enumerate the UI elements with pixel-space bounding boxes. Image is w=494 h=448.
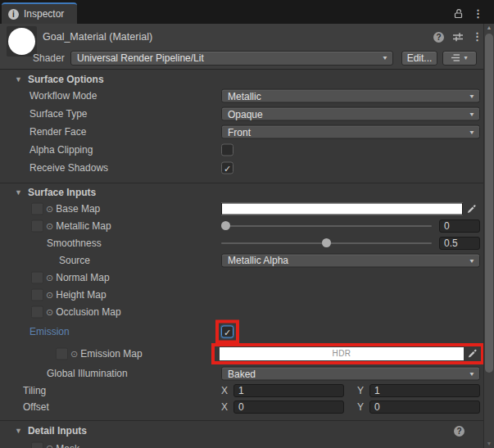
tiling-x-field[interactable]: 1 bbox=[233, 384, 344, 397]
smoothness-value-field[interactable]: 0.5 bbox=[439, 237, 480, 250]
detail-inputs-header[interactable]: ▼ Detail Inputs ? bbox=[0, 423, 494, 439]
eyedropper-icon[interactable] bbox=[463, 203, 480, 214]
normal-map-row: ⊙ Normal Map bbox=[0, 269, 494, 286]
offset-label: Offset bbox=[23, 401, 49, 413]
texture-picker-icon[interactable]: ⊙ bbox=[46, 204, 53, 213]
tab-menu-icon[interactable]: ⋮ bbox=[473, 9, 483, 19]
section-title: Detail Inputs bbox=[28, 425, 87, 437]
foldout-icon: ▼ bbox=[15, 75, 22, 84]
texture-picker-icon[interactable]: ⊙ bbox=[46, 221, 53, 230]
normal-map-texture-slot[interactable] bbox=[31, 271, 43, 283]
tiling-label: Tiling bbox=[23, 385, 46, 396]
smoothness-label: Smoothness bbox=[47, 238, 102, 249]
scroll-up-icon[interactable]: ▲ bbox=[484, 25, 494, 30]
emission-checkbox[interactable] bbox=[221, 325, 233, 337]
global-illumination-dropdown[interactable]: Baked▾ bbox=[221, 367, 480, 381]
global-illumination-label: Global Illumination bbox=[47, 368, 128, 379]
inspector-window: i Inspector ⋮ Goal_Material (Material) ?… bbox=[0, 0, 494, 448]
hdr-badge: HDR bbox=[332, 349, 351, 358]
offset-x-label: X bbox=[221, 401, 228, 413]
tiling-x-value: 1 bbox=[238, 385, 244, 396]
foldout-icon: ▼ bbox=[15, 188, 22, 197]
offset-x-field[interactable]: 0 bbox=[233, 400, 344, 414]
presets-icon[interactable] bbox=[452, 32, 464, 42]
dropdown-arrow-icon: ▾ bbox=[383, 54, 387, 61]
emission-highlight-box bbox=[215, 319, 239, 343]
occlusion-map-texture-slot[interactable] bbox=[31, 305, 43, 318]
list-icon bbox=[451, 54, 460, 61]
base-map-texture-slot[interactable] bbox=[31, 202, 43, 215]
height-map-texture-slot[interactable] bbox=[31, 288, 43, 301]
smoothness-row: Smoothness 0.5 bbox=[0, 234, 494, 251]
tab-inspector[interactable]: i Inspector bbox=[2, 2, 77, 24]
emission-hdr-color-field[interactable]: HDR bbox=[220, 347, 464, 360]
tiling-y-value: 1 bbox=[374, 385, 380, 396]
texture-picker-icon[interactable]: ⊙ bbox=[46, 307, 53, 316]
emission-map-highlight-box: HDR bbox=[211, 343, 484, 364]
tiling-y-label: Y bbox=[357, 385, 364, 396]
material-header: Goal_Material (Material) ? ⋮ Shader Univ… bbox=[0, 24, 494, 70]
eyedropper-icon[interactable] bbox=[464, 348, 481, 359]
source-dropdown[interactable]: Metallic Alpha▾ bbox=[221, 253, 480, 267]
metallic-map-texture-slot[interactable] bbox=[31, 219, 43, 232]
emission-map-label: Emission Map bbox=[80, 348, 142, 360]
help-icon[interactable]: ? bbox=[433, 32, 444, 43]
unlock-icon[interactable] bbox=[453, 8, 464, 19]
mask-label: Mask bbox=[56, 442, 79, 448]
workflow-mode-value: Metallic bbox=[228, 90, 261, 102]
emission-label: Emission bbox=[29, 326, 70, 337]
texture-picker-icon[interactable]: ⊙ bbox=[46, 273, 53, 282]
alpha-clipping-label: Alpha Clipping bbox=[29, 144, 93, 156]
receive-shadows-label: Receive Shadows bbox=[29, 162, 108, 174]
shader-dropdown[interactable]: Universal Render Pipeline/Lit ▾ bbox=[70, 51, 393, 66]
offset-row: Offset X 0 Y 0 bbox=[0, 399, 494, 415]
source-value: Metallic Alpha bbox=[228, 255, 288, 266]
workflow-mode-row: Workflow Mode Metallic▾ bbox=[0, 87, 494, 105]
surface-inputs-header[interactable]: ▼ Surface Inputs bbox=[0, 185, 494, 200]
global-illumination-row: Global Illumination Baked▾ bbox=[0, 364, 494, 382]
metallic-map-label: Metallic Map bbox=[56, 220, 111, 232]
base-map-color-swatch[interactable] bbox=[221, 202, 463, 215]
texture-picker-icon[interactable]: ⊙ bbox=[70, 349, 78, 358]
source-label: Source bbox=[59, 255, 90, 266]
surface-options-header[interactable]: ▼ Surface Options bbox=[0, 72, 494, 87]
surface-type-dropdown[interactable]: Opaque▾ bbox=[221, 107, 480, 121]
render-face-dropdown[interactable]: Front▾ bbox=[221, 125, 480, 139]
vertical-scrollbar[interactable]: ▲ ▼ bbox=[483, 24, 494, 448]
smoothness-value: 0.5 bbox=[444, 238, 458, 249]
smoothness-slider[interactable] bbox=[221, 242, 432, 244]
texture-picker-icon[interactable]: ⊙ bbox=[46, 290, 53, 299]
workflow-mode-dropdown[interactable]: Metallic▾ bbox=[221, 89, 480, 103]
tiling-row: Tiling X 1 Y 1 bbox=[0, 382, 494, 399]
material-menu-icon[interactable]: ⋮ bbox=[472, 32, 483, 42]
source-row: Source Metallic Alpha▾ bbox=[0, 251, 494, 269]
material-title: Goal_Material (Material) bbox=[43, 31, 152, 43]
emission-map-texture-slot[interactable] bbox=[56, 347, 68, 360]
mask-row: ⊙ Mask bbox=[0, 439, 494, 448]
receive-shadows-checkbox[interactable] bbox=[221, 162, 233, 174]
offset-y-field[interactable]: 0 bbox=[369, 400, 480, 414]
alpha-clipping-checkbox[interactable] bbox=[221, 144, 233, 156]
alpha-clipping-row: Alpha Clipping bbox=[0, 141, 494, 159]
metallic-slider-knob[interactable] bbox=[221, 221, 230, 230]
occlusion-map-label: Occlusion Map bbox=[56, 306, 120, 318]
tiling-y-field[interactable]: 1 bbox=[369, 384, 480, 397]
dropdown-arrow-icon: ▾ bbox=[470, 370, 474, 378]
render-face-label: Render Face bbox=[29, 126, 86, 138]
shader-value: Universal Render Pipeline/Lit bbox=[77, 52, 204, 64]
smoothness-slider-knob[interactable] bbox=[322, 238, 331, 247]
scrollbar-thumb[interactable] bbox=[485, 34, 493, 373]
metallic-value-field[interactable]: 0 bbox=[439, 219, 480, 233]
mask-texture-slot[interactable] bbox=[31, 442, 43, 448]
shader-edit-button[interactable]: Edit... bbox=[401, 51, 437, 66]
render-face-row: Render Face Front▾ bbox=[0, 123, 494, 141]
scroll-down-icon[interactable]: ▼ bbox=[484, 441, 494, 446]
shader-list-button[interactable]: ▾ bbox=[442, 51, 477, 66]
occlusion-map-row: ⊙ Occlusion Map bbox=[0, 303, 494, 320]
help-icon[interactable]: ? bbox=[454, 426, 465, 437]
section-surface-options: ▼ Surface Options Workflow Mode Metallic… bbox=[0, 70, 494, 183]
surface-type-row: Surface Type Opaque▾ bbox=[0, 105, 494, 123]
texture-picker-icon[interactable]: ⊙ bbox=[46, 444, 53, 448]
metallic-slider[interactable] bbox=[221, 225, 432, 227]
dropdown-arrow-icon: ▾ bbox=[464, 54, 467, 61]
